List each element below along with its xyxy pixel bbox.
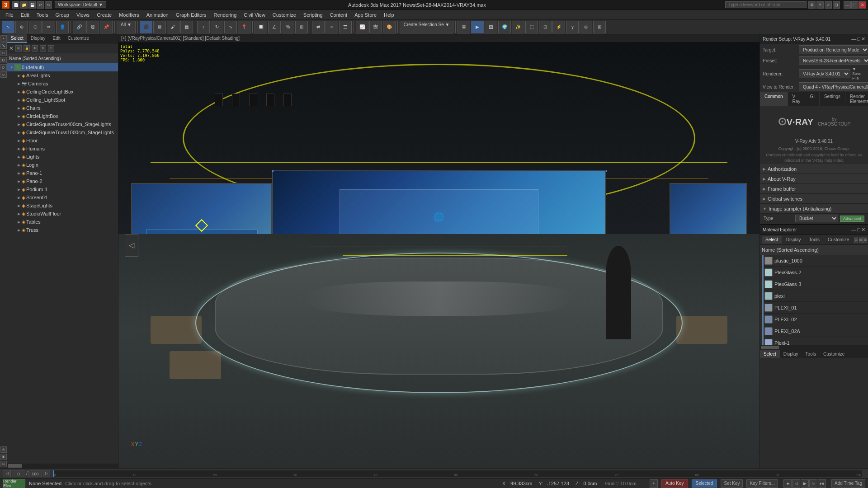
tb-more1[interactable]: ⊕ xyxy=(580,21,592,33)
scene-tab-edit[interactable]: Edit xyxy=(49,34,64,43)
tb-env[interactable]: 🌍 xyxy=(498,21,511,33)
tb-layer[interactable]: ☰ xyxy=(339,21,352,33)
tb-percent-snap[interactable]: % xyxy=(282,21,294,33)
expand-login[interactable]: ▶ xyxy=(16,162,22,168)
tb-place[interactable]: 📍 xyxy=(238,21,250,33)
mat-item-plexi[interactable]: plexi xyxy=(760,290,868,302)
expand-circlelightbox[interactable]: ▶ xyxy=(16,113,22,119)
expand-ceilingcircle[interactable]: ▶ xyxy=(16,89,22,94)
expand-chairs[interactable]: ▶ xyxy=(16,105,22,111)
expand-lights[interactable]: ▶ xyxy=(16,154,22,160)
viewport-canvas[interactable]: 🌐 xyxy=(118,42,760,468)
tree-item-chairs[interactable]: ▶ ◈ Chairs xyxy=(7,104,118,112)
tb-render-frame[interactable]: 🖼 xyxy=(485,21,497,33)
expand-stagelights[interactable]: ▶ xyxy=(16,203,22,208)
expand-ceilingspot[interactable]: ▶ xyxy=(16,97,22,103)
add-time-tag-btn[interactable]: Add Time Tag xyxy=(831,479,865,488)
tree-item-arealights[interactable]: ▶ ◈ AreaLights xyxy=(7,71,118,80)
title-icon-2[interactable]: ? xyxy=(816,1,824,9)
frame-end-input[interactable]: 100 xyxy=(28,470,42,477)
tb-open[interactable]: 📁 xyxy=(20,1,28,9)
win-minimize[interactable]: — xyxy=(844,1,851,9)
scene-icon1[interactable]: ⊞ xyxy=(15,45,22,52)
global-switches-section[interactable]: ▶ Global switches xyxy=(760,194,868,204)
mat-icon3[interactable]: ☰ xyxy=(863,237,867,243)
lt-modify[interactable]: 🔧 xyxy=(0,42,7,49)
menu-views[interactable]: Views xyxy=(73,11,93,19)
scene-tab-select[interactable]: Select xyxy=(7,34,27,43)
add-time-icon[interactable]: + xyxy=(650,479,658,488)
mat-tab-tools[interactable]: Tools xyxy=(806,236,823,244)
lt-bottom-2[interactable]: ▣ xyxy=(0,454,7,460)
expand-pano1[interactable]: ▶ xyxy=(16,170,22,176)
tb-select-rect[interactable]: ⬛ xyxy=(140,21,152,33)
mat-scrollbar-thumb[interactable] xyxy=(761,346,779,349)
frame-buffer-section[interactable]: ▶ Frame buffer xyxy=(760,184,868,194)
tree-item-podium[interactable]: ▶ ◈ Podium-1 xyxy=(7,185,118,193)
pb-next-frame[interactable]: ▷ xyxy=(809,479,817,488)
mat-bot-tab-select[interactable]: Select xyxy=(760,350,780,358)
mat-item-plexglass3[interactable]: PlexGlass-3 xyxy=(760,278,868,290)
preset-dropdown[interactable]: NewstSet-28-RenderPresets xyxy=(799,56,868,65)
scene-scrollbar[interactable] xyxy=(8,464,22,468)
frame-start-input[interactable]: 0 xyxy=(12,470,25,477)
view-dropdown[interactable]: Quad 4 - VRayPhysicalCamera001 xyxy=(799,82,868,91)
tb-selection[interactable]: ⬡ xyxy=(29,21,42,33)
mat-icon1[interactable]: ⊡ xyxy=(854,237,858,243)
timeline-next[interactable]: ▷ xyxy=(43,470,50,477)
menu-tools[interactable]: Tools xyxy=(33,11,52,19)
scene-tab-customize[interactable]: Customize xyxy=(64,34,93,43)
save-file-btn[interactable]: ▼ Save File xyxy=(852,67,865,80)
tree-item-root[interactable]: ▼ L 0 (default) xyxy=(7,63,118,71)
tb-undo[interactable]: ↩ xyxy=(37,1,44,9)
title-icon-3[interactable]: ☆ xyxy=(825,1,832,9)
tb-bake[interactable]: ⊡ xyxy=(539,21,552,33)
scene-icon2[interactable]: 🔒 xyxy=(24,45,30,52)
lt-create[interactable]: + xyxy=(0,35,7,42)
scene-icon5[interactable]: ☰ xyxy=(48,45,54,52)
tb-snap-opts[interactable]: ⊞ xyxy=(295,21,308,33)
menu-file[interactable]: File xyxy=(2,11,17,19)
tree-item-truss[interactable]: ▶ ◈ Truss xyxy=(7,226,118,234)
menu-app-store[interactable]: App Store xyxy=(351,11,380,19)
tree-item-pano2[interactable]: ▶ ◈ Pano-2 xyxy=(7,177,118,185)
menu-group[interactable]: Group xyxy=(52,11,73,19)
expand-cameras[interactable]: ▶ xyxy=(16,81,22,86)
mat-item-plexi01[interactable]: PLEXI_01 xyxy=(760,302,868,314)
mat-item-plexi1[interactable]: Plexi-1 xyxy=(760,337,868,345)
tb-render-scene[interactable]: 🖥 xyxy=(458,21,470,33)
tree-item-lights[interactable]: ▶ ◈ Lights xyxy=(7,153,118,161)
mat-bot-tab-display[interactable]: Display xyxy=(780,350,802,358)
tree-item-cameras[interactable]: ▶ 📷 Cameras xyxy=(7,80,118,88)
expand-arealights[interactable]: ▶ xyxy=(16,73,22,78)
lt-display[interactable]: D xyxy=(0,64,7,70)
mat-tab-customize[interactable]: Customize xyxy=(824,236,853,244)
target-dropdown[interactable]: Production Rendering Mode xyxy=(799,45,868,54)
expand-tables[interactable]: ▶ xyxy=(16,219,22,225)
menu-scripting[interactable]: Scripting xyxy=(300,11,326,19)
workspace-dropdown[interactable]: Workspace: Default ▼ xyxy=(55,1,106,8)
scene-icon3[interactable]: 👁 xyxy=(32,45,38,52)
create-selection-btn[interactable]: Create Selection Se ▼ xyxy=(400,21,454,33)
tb-effects[interactable]: ✨ xyxy=(512,21,524,33)
tb-snap-toggle[interactable]: 🔲 xyxy=(255,21,267,33)
tb-populate[interactable]: 👤 xyxy=(56,21,69,33)
tree-item-pano1[interactable]: ▶ ◈ Pano-1 xyxy=(7,169,118,177)
tb-bind[interactable]: 📌 xyxy=(100,21,113,33)
tree-item-cst400[interactable]: ▶ ◈ CircleSquareTruss400cm_StageLights xyxy=(7,120,118,128)
tb-curve-editor[interactable]: 📈 xyxy=(356,21,368,33)
scene-icon4[interactable]: ⇅ xyxy=(40,45,46,52)
title-icon-4[interactable]: ⊡ xyxy=(833,1,840,9)
expand-podium[interactable]: ▶ xyxy=(16,187,22,192)
tree-item-cst1000[interactable]: ▶ ◈ CircleSquareTruss1000cm_StageLights xyxy=(7,128,118,136)
tb-filter[interactable]: ▦ xyxy=(180,21,193,33)
mat-icon2[interactable]: ⊞ xyxy=(859,237,863,243)
mat-item-plexglass2[interactable]: PlexGlass-2 xyxy=(760,267,868,278)
expand-truss[interactable]: ▶ xyxy=(16,227,22,233)
key-filters-btn[interactable]: Key Filters... xyxy=(746,479,778,488)
expand-floor[interactable]: ▶ xyxy=(16,138,22,143)
menu-customize[interactable]: Customize xyxy=(269,11,300,19)
lt-motion[interactable]: M xyxy=(0,57,7,63)
render-min-btn[interactable]: — xyxy=(851,36,856,42)
tree-item-humans[interactable]: ▶ ◈ Humans xyxy=(7,145,118,153)
